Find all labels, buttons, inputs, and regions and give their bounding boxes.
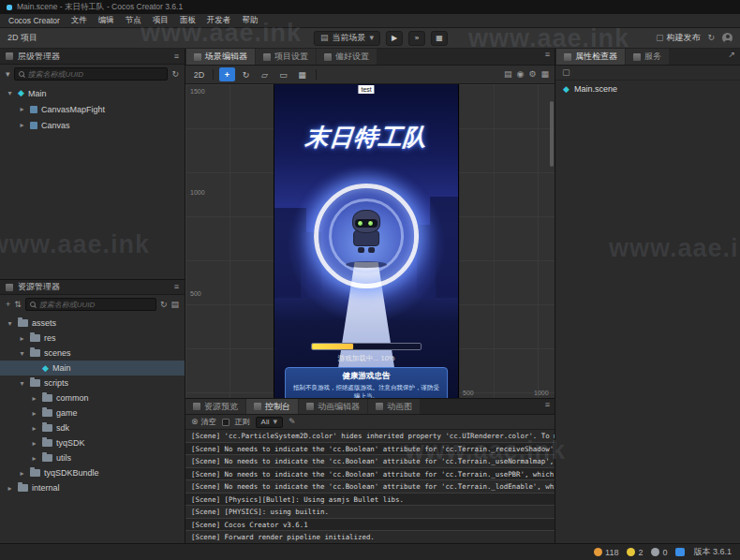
play-button[interactable]: ▶ [386, 31, 403, 46]
menu-panel[interactable]: 面板 [174, 15, 201, 26]
rect-tool-icon[interactable]: ▭ [275, 67, 291, 81]
assets-refresh-icon[interactable]: ↻ [160, 301, 168, 309]
preview-target-button[interactable]: ▦ [431, 31, 448, 46]
folder-icon [30, 334, 40, 342]
collapse-arrow-icon[interactable]: ▸ [30, 454, 38, 463]
log-row[interactable]: [Scene] No needs to indicate the 'cc.Boo… [185, 480, 555, 494]
hierarchy-node-canvas[interactable]: ▸ Canvas [0, 117, 185, 133]
message-icon[interactable] [675, 548, 685, 556]
regex-checkbox[interactable] [222, 419, 229, 426]
expand-arrow-icon[interactable]: ▾ [6, 89, 14, 97]
edit-log-icon[interactable]: ✎ [289, 418, 296, 426]
tab-animation-graph[interactable]: 动画图 [368, 399, 420, 414]
inspector-scene-item[interactable]: ◆ Main.scene [555, 81, 740, 97]
hierarchy-search[interactable] [14, 67, 169, 81]
log-row[interactable]: [Scene] 'cc.ParticleSystem2D.color' hide… [185, 430, 555, 443]
assets-search-input[interactable] [39, 301, 152, 309]
center-tabs-menu-icon[interactable]: ≡ [545, 51, 550, 59]
log-type-filter-dropdown[interactable]: All ▾ [256, 417, 283, 428]
expand-arrow-icon[interactable]: ▾ [6, 319, 14, 328]
info-count-badge[interactable]: 0 [651, 548, 667, 557]
anchor-tool-icon[interactable]: ▦ [294, 67, 310, 81]
menu-help[interactable]: 帮助 [236, 15, 263, 26]
expand-arrow-icon[interactable]: ▾ [18, 379, 26, 388]
collapse-arrow-icon[interactable]: ▸ [18, 121, 26, 129]
tab-project-settings[interactable]: 项目设置 [256, 49, 316, 65]
collapse-arrow-icon[interactable]: ▸ [18, 105, 26, 113]
hierarchy-refresh-icon[interactable]: ↻ [171, 70, 179, 79]
asset-folder-utils[interactable]: ▸ utils [0, 450, 185, 465]
asset-folder-scenes[interactable]: ▾ scenes [0, 346, 185, 361]
rotate-tool-icon[interactable]: ↻ [238, 67, 254, 81]
collapse-arrow-icon[interactable]: ▸ [6, 484, 14, 493]
step-button[interactable]: » [408, 31, 425, 46]
menu-file[interactable]: 文件 [66, 15, 93, 26]
scene-gear-icon[interactable]: ⚙ [528, 70, 536, 79]
hierarchy-node-canvasmapfight[interactable]: ▸ CanvasMapFight [0, 101, 185, 117]
inspector-pin-icon[interactable]: ↗ [728, 51, 735, 59]
tab-services[interactable]: 服务 [626, 49, 669, 65]
asset-folder-assets[interactable]: ▾ assets [0, 316, 185, 331]
asset-folder-internal[interactable]: ▸ internal [0, 480, 185, 495]
asset-folder-scripts[interactable]: ▾ scripts [0, 376, 185, 391]
clear-console-button[interactable]: ⊗ 清空 [191, 417, 216, 427]
tab-animation-editor[interactable]: 动画编辑器 [299, 399, 367, 414]
move-tool-icon[interactable]: + [219, 67, 235, 81]
tab-console[interactable]: 控制台 [246, 399, 298, 414]
tab-preferences[interactable]: 偏好设置 [317, 49, 377, 65]
sort-icon[interactable]: ⇅ [14, 301, 22, 309]
log-row[interactable]: [Scene] No needs to indicate the 'cc.Boo… [185, 468, 555, 481]
asset-folder-tyqsdkbundle[interactable]: ▸ tyqSDKBundle [0, 465, 185, 480]
log-row[interactable]: [Scene] [Physics][Bullet]: Using asmjs B… [185, 494, 555, 507]
error-count-badge[interactable]: 2 [627, 548, 643, 557]
collapse-arrow-icon[interactable]: ▸ [18, 334, 26, 343]
build-publish-button[interactable]: ▢ 构建发布 [656, 32, 701, 44]
asset-folder-res[interactable]: ▸ res [0, 331, 185, 346]
log-row[interactable]: [Scene] No needs to indicate the 'cc.Boo… [185, 443, 555, 456]
scene-selector-dropdown[interactable]: ▤ 当前场景 ▾ [314, 31, 380, 46]
menu-node[interactable]: 节点 [120, 15, 147, 26]
asset-folder-sdk[interactable]: ▸ sdk [0, 420, 185, 435]
expand-arrow-icon[interactable]: ▾ [18, 349, 26, 358]
collapse-arrow-icon[interactable]: ▸ [30, 394, 38, 403]
hierarchy-node-main[interactable]: ▾ ◆ Main [0, 85, 185, 101]
tab-inspector[interactable]: 属性检查器 [556, 49, 625, 65]
log-row[interactable]: [Scene] Cocos Creator v3.6.1 [185, 519, 555, 532]
log-row[interactable]: [Scene] No needs to indicate the 'cc.Boo… [185, 455, 555, 468]
gizmo-visibility-icon[interactable]: ▤ [504, 70, 512, 79]
view-2d-toggle[interactable]: 2D [191, 67, 207, 81]
warning-count-badge[interactable]: 118 [594, 548, 618, 557]
log-row[interactable]: [Scene] [PHYSICS]: using builtin. [185, 506, 555, 519]
assets-menu-icon[interactable]: ≡ [174, 283, 179, 291]
hierarchy-search-input[interactable] [28, 70, 164, 79]
add-asset-icon[interactable]: + [6, 301, 10, 309]
hierarchy-menu-icon[interactable]: ≡ [174, 52, 179, 61]
user-account-icon[interactable] [722, 33, 733, 43]
asset-scene-main[interactable]: ◆ Main [0, 361, 185, 376]
log-row[interactable]: [Scene] Forward render pipeline initiali… [185, 531, 555, 543]
asset-folder-game[interactable]: ▸ game [0, 405, 185, 420]
menu-edit[interactable]: 编辑 [93, 15, 120, 26]
menu-cocos-creator[interactable]: Cocos Creator [3, 16, 66, 25]
menu-developer[interactable]: 开发者 [201, 15, 237, 26]
tab-asset-preview[interactable]: 资源预览 [185, 399, 245, 414]
collapse-arrow-icon[interactable]: ▸ [30, 409, 38, 418]
asset-folder-common[interactable]: ▸ common [0, 391, 185, 405]
menu-project[interactable]: 项目 [147, 15, 174, 26]
scene-camera-icon[interactable]: ◉ [517, 70, 525, 79]
console-tabs-menu-icon[interactable]: ≡ [545, 401, 550, 409]
layout-grid-icon[interactable]: ▦ [540, 70, 549, 79]
sync-icon[interactable]: ↻ [707, 34, 715, 42]
scene-vscrollbar[interactable] [550, 101, 554, 167]
collapse-arrow-icon[interactable]: ▸ [30, 424, 38, 433]
scale-tool-icon[interactable]: ▱ [257, 67, 273, 81]
asset-folder-tyqsdk[interactable]: ▸ tyqSDK [0, 435, 185, 450]
tab-scene-editor[interactable]: 场景编辑器 [186, 49, 255, 65]
inspector-target-icon[interactable]: ▢ [562, 68, 570, 77]
assets-collapse-icon[interactable]: ▤ [170, 301, 179, 309]
collapse-arrow-icon[interactable]: ▸ [18, 469, 26, 478]
scene-canvas[interactable]: 1500 1000 500 500 1000 test 末日特工队 [185, 84, 555, 398]
assets-search[interactable] [25, 298, 156, 311]
filter-icon[interactable]: ▾ [6, 70, 10, 79]
collapse-arrow-icon[interactable]: ▸ [30, 439, 38, 448]
